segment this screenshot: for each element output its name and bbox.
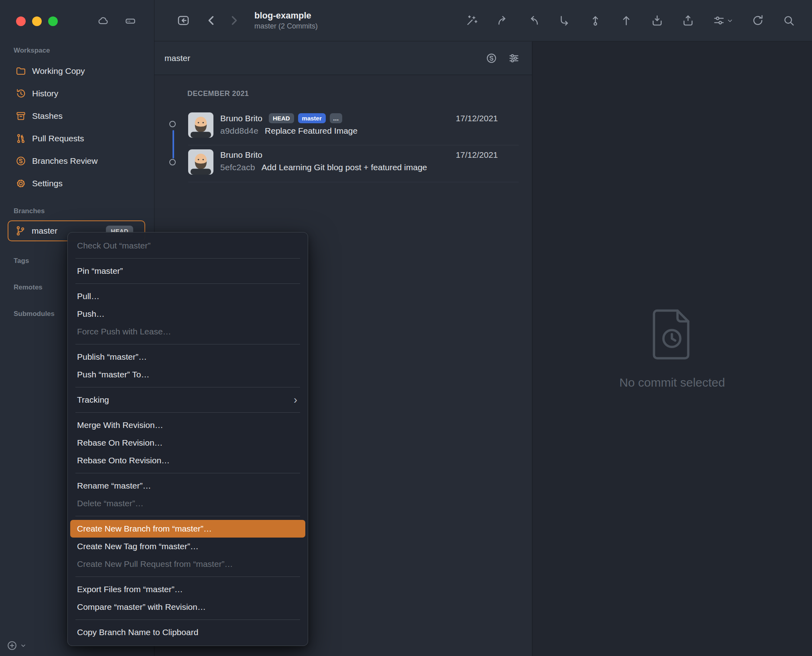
close-window-button[interactable]	[16, 16, 26, 26]
merge-icon[interactable]	[527, 14, 540, 27]
commit-message: Replace Featured Image	[265, 126, 357, 136]
commit-date: 17/12/2021	[456, 114, 498, 123]
settings-gear-icon	[15, 178, 26, 189]
menu-separator	[75, 473, 300, 473]
menu-item-tracking[interactable]: Tracking›	[70, 391, 305, 409]
commit-badge-more[interactable]: …	[330, 113, 342, 123]
sidebar-item-history[interactable]: History	[0, 82, 154, 105]
workflow-options-button[interactable]	[713, 14, 733, 27]
stash-icon[interactable]	[651, 14, 664, 27]
menu-item-label: Push…	[77, 309, 105, 319]
sidebar-item-label: Stashes	[32, 111, 63, 121]
menu-item-label: Rename “master”…	[77, 481, 151, 491]
window-title-block: blog-example master (2 Commits)	[254, 10, 318, 31]
menu-item-pin-master[interactable]: Pin “master”	[70, 262, 305, 280]
commit-graph-node	[169, 121, 176, 127]
rebase-icon[interactable]	[558, 14, 571, 27]
commit-author: Bruno Brito	[220, 114, 262, 123]
menu-item-export-files-from-master[interactable]: Export Files from “master”…	[70, 581, 305, 598]
empty-state-message: No commit selected	[619, 376, 725, 389]
menu-item-label: Copy Branch Name to Clipboard	[77, 627, 198, 637]
repository-title: blog-example	[254, 10, 318, 21]
branches-review-icon	[15, 155, 26, 167]
sidebar-item-stashes[interactable]: Stashes	[0, 105, 154, 127]
menu-item-label: Push “master” To…	[77, 370, 150, 379]
toolbar: blog-example master (2 Commits)	[154, 0, 812, 41]
commit-icon[interactable]	[589, 14, 602, 27]
menu-separator	[75, 619, 300, 620]
menu-item-rebase-on-revision[interactable]: Rebase On Revision…	[70, 434, 305, 452]
menu-item-publish-master[interactable]: Publish “master”…	[70, 348, 305, 366]
sidebar-item-label: Branches Review	[32, 156, 97, 166]
commit-graph-line	[173, 130, 174, 159]
push-icon[interactable]	[620, 14, 633, 27]
git-client-window: Workspace Working CopyHistoryStashesPull…	[0, 0, 812, 656]
sidebar-item-settings[interactable]: Settings	[0, 172, 154, 195]
menu-item-label: Rebase On Revision…	[77, 438, 163, 448]
commit-row[interactable]: Bruno BritoHEADmaster…17/12/2021a9dd8d4e…	[188, 108, 519, 145]
plus-circle-icon	[6, 640, 18, 651]
menu-item-create-new-tag-from-master[interactable]: Create New Tag from “master”…	[70, 538, 305, 555]
sidebar-item-label: Working Copy	[32, 66, 85, 76]
chevron-down-icon	[727, 17, 733, 24]
menu-item-pull[interactable]: Pull…	[70, 287, 305, 305]
menu-item-label: Create New Tag from “master”…	[77, 542, 199, 551]
toolbar-actions	[465, 14, 812, 27]
author-avatar	[188, 149, 213, 175]
menu-item-create-new-pull-request-from-master: Create New Pull Request from “master”…	[70, 555, 305, 573]
branch-name: master	[32, 226, 57, 236]
menu-item-push[interactable]: Push…	[70, 305, 305, 323]
minimize-window-button[interactable]	[32, 16, 42, 26]
search-icon[interactable]	[782, 14, 795, 27]
apply-stash-icon[interactable]	[682, 14, 694, 27]
zoom-window-button[interactable]	[48, 16, 58, 26]
working-copy-folder-icon	[15, 65, 26, 77]
checkout-icon[interactable]	[496, 14, 509, 27]
menu-item-label: Force Push with Lease…	[77, 327, 171, 336]
workspace-item-list: Working CopyHistoryStashesPull RequestsB…	[0, 60, 154, 195]
menu-item-copy-branch-name-to-clipboard[interactable]: Copy Branch Name to Clipboard	[70, 623, 305, 641]
menu-item-rename-master[interactable]: Rename “master”…	[70, 477, 305, 495]
menu-item-push-master-to[interactable]: Push “master” To…	[70, 366, 305, 383]
show-repositories-icon[interactable]	[177, 14, 190, 27]
cloud-services-icon[interactable]	[97, 15, 109, 27]
quick-actions-icon[interactable]	[465, 14, 478, 27]
menu-item-rebase-onto-revision[interactable]: Rebase Onto Revision…	[70, 452, 305, 469]
commit-hash: 5efc2acb	[220, 163, 255, 172]
local-repositories-icon[interactable]	[124, 15, 136, 27]
menu-item-label: Tracking	[77, 395, 109, 405]
commit-group-header: DECEMBER 2021	[187, 90, 249, 98]
commit-author: Bruno Brito	[220, 150, 262, 160]
menu-separator	[75, 387, 300, 387]
sidebar-item-pull-requests[interactable]: Pull Requests	[0, 127, 154, 150]
author-avatar	[188, 112, 213, 138]
commit-hash: a9dd8d4e	[220, 126, 258, 136]
compare-branch-icon[interactable]	[485, 52, 497, 64]
commit-date: 17/12/2021	[456, 150, 498, 160]
menu-item-merge-with-revision[interactable]: Merge With Revision…	[70, 416, 305, 434]
commit-row[interactable]: Bruno Brito17/12/20215efc2acbAdd Learnin…	[188, 145, 519, 182]
menu-item-compare-master-with-revision[interactable]: Compare “master” with Revision…	[70, 598, 305, 616]
menu-item-label: Pin “master”	[77, 266, 123, 276]
workspace-section-label: Workspace	[0, 46, 154, 55]
branch-status-subtitle: master (2 Commits)	[254, 22, 318, 31]
menu-item-label: Publish “master”…	[77, 352, 147, 362]
commit-badge-head: HEAD	[269, 113, 294, 123]
history-clock-icon	[15, 88, 26, 99]
commit-detail-panel: No commit selected	[532, 42, 812, 656]
menu-separator	[75, 344, 300, 344]
submenu-chevron-icon: ›	[294, 395, 297, 405]
branch-filter-value[interactable]: master	[164, 53, 190, 63]
filter-options-icon[interactable]	[508, 52, 520, 64]
sidebar-item-branches-review[interactable]: Branches Review	[0, 150, 154, 172]
add-repository-button[interactable]	[6, 640, 26, 651]
forward-icon[interactable]	[227, 14, 241, 27]
menu-item-create-new-branch-from-master[interactable]: Create New Branch from “master”…	[70, 520, 305, 538]
menu-item-delete-master: Delete “master”…	[70, 495, 305, 512]
chevron-down-icon	[20, 642, 26, 649]
back-icon[interactable]	[205, 14, 218, 27]
commit-graph-node	[169, 159, 176, 165]
refresh-icon[interactable]	[751, 14, 764, 27]
menu-separator	[75, 258, 300, 259]
sidebar-item-working-copy[interactable]: Working Copy	[0, 60, 154, 82]
